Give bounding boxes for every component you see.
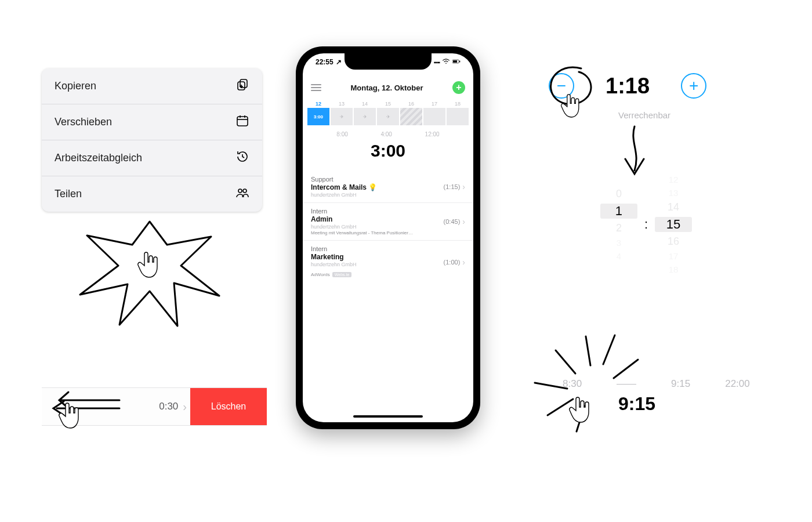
mid-time[interactable]: 9:15: [671, 378, 690, 390]
hand-cursor-icon: [58, 400, 84, 430]
people-icon: [235, 186, 249, 202]
time-picker-wheel[interactable]: 0 1 2 3 4 : 12 13 14 15 16 17 18: [588, 175, 704, 274]
starburst-hand-doodle: [74, 215, 225, 331]
calendar-icon: [235, 114, 249, 130]
stats-row: 8:004:0012:00: [303, 125, 473, 140]
time-entry[interactable]: Intern Marketing hundertzehn GmbH AdWord…: [303, 241, 473, 283]
time-entry[interactable]: Intern Admin hundertzehn GmbH Meeting mi…: [303, 203, 473, 241]
home-indicator: [353, 415, 423, 418]
week-day[interactable]: 16: [400, 101, 422, 125]
week-day[interactable]: 18: [447, 101, 469, 125]
battery-icon: [452, 58, 461, 66]
ink-arrow-down-doodle: [617, 125, 652, 180]
increment-button[interactable]: +: [681, 73, 706, 99]
context-menu: Kopieren Verschieben Arbeitszeitabgleich…: [42, 68, 262, 212]
hand-cursor-icon: [560, 92, 583, 119]
week-day[interactable]: 123:00: [307, 101, 329, 125]
svg-point-8: [238, 189, 242, 193]
chevron-right-icon: ›: [462, 182, 465, 191]
end-time-big: 9:15: [618, 393, 655, 415]
billable-label: Verrechenbar: [618, 110, 670, 120]
svg-rect-11: [453, 60, 457, 63]
context-menu-label: Kopieren: [55, 80, 96, 92]
signal-icon: ▪▪▪▪: [434, 59, 440, 66]
week-day[interactable]: 14✈: [354, 101, 376, 125]
start-time[interactable]: 8:30: [563, 378, 582, 390]
svg-rect-4: [237, 117, 248, 126]
stepper-value: 1:18: [606, 74, 650, 99]
week-day[interactable]: 13✈: [331, 101, 353, 125]
context-menu-label: Verschieben: [55, 116, 112, 128]
chevron-right-icon: ›: [462, 217, 465, 226]
week-day[interactable]: 15✈: [377, 101, 399, 125]
hand-cursor-icon: [137, 249, 162, 280]
time-entry[interactable]: Support Intercom & Mails 💡 hundertzehn G…: [303, 171, 473, 203]
swipe-row-duration: 0:30: [159, 401, 183, 412]
header-date: Montag, 12. Oktober: [351, 84, 423, 92]
svg-point-9: [243, 189, 246, 193]
context-menu-item-share[interactable]: Teilen: [42, 176, 262, 212]
svg-line-14: [603, 335, 615, 364]
wifi-icon: [442, 58, 450, 66]
status-time: 22:55: [316, 58, 334, 66]
hand-cursor-icon: [568, 394, 594, 425]
svg-line-15: [614, 360, 638, 378]
minutes-wheel[interactable]: 12 13 14 15 16 17 18: [655, 175, 692, 274]
chevron-right-icon: ›: [462, 258, 465, 267]
context-menu-label: Teilen: [55, 188, 82, 200]
chevron-right-icon: ›: [183, 400, 190, 414]
add-entry-button[interactable]: +: [452, 81, 465, 94]
history-icon: [235, 150, 249, 166]
time-range-row: 8:30 9:15 22:00 9:15: [563, 378, 750, 390]
context-menu-item-copy[interactable]: Kopieren: [42, 68, 262, 104]
context-menu-item-worktime[interactable]: Arbeitszeitabgleich: [42, 140, 262, 176]
week-strip: 123:00 13✈ 14✈ 15✈ 16 17 18: [303, 101, 473, 125]
svg-rect-12: [459, 61, 460, 63]
week-day[interactable]: 17: [423, 101, 445, 125]
phone-mockup: 22:55 ↗ ▪▪▪▪ Montag, 12. Oktober + 123:0…: [296, 46, 480, 429]
stop-time: 22:00: [725, 378, 750, 390]
hours-wheel[interactable]: 0 1 2 3 4: [600, 188, 637, 261]
copy-plus-icon: [235, 78, 249, 95]
menu-button[interactable]: [311, 82, 321, 93]
context-menu-item-move[interactable]: Verschieben: [42, 104, 262, 140]
phone-notch: [345, 53, 432, 70]
svg-line-13: [586, 336, 590, 365]
delete-button[interactable]: Löschen: [190, 388, 267, 425]
day-total: 3:00: [303, 140, 473, 171]
svg-line-16: [556, 350, 575, 374]
context-menu-label: Arbeitszeitabgleich: [55, 152, 142, 164]
